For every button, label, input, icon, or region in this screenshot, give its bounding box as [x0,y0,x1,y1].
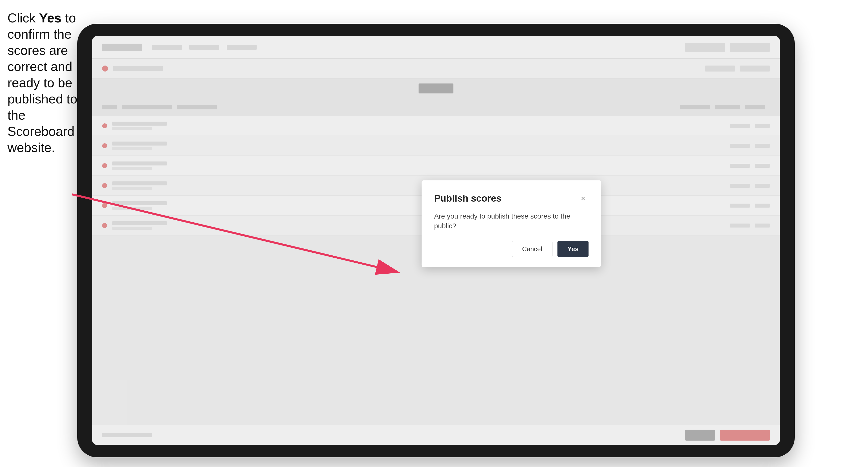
dialog-close-button[interactable]: × [578,193,588,204]
dialog-header: Publish scores × [434,193,588,204]
instruction-bold: Yes [39,11,62,25]
dialog-overlay: Publish scores × Are you ready to publis… [92,36,780,445]
dialog-cancel-button[interactable]: Cancel [512,241,553,257]
instruction-text: Click Yes to confirm the scores are corr… [7,10,80,156]
dialog-title: Publish scores [434,193,501,204]
dialog-actions: Cancel Yes [434,241,588,257]
dialog-body: Are you ready to publish these scores to… [434,211,588,231]
instruction-suffix: to confirm the scores are correct and re… [7,11,77,155]
tablet-device: Publish scores × Are you ready to publis… [77,24,795,457]
instruction-prefix: Click [7,11,39,25]
publish-scores-dialog: Publish scores × Are you ready to publis… [422,180,601,267]
tablet-screen: Publish scores × Are you ready to publis… [92,36,780,445]
dialog-yes-button[interactable]: Yes [558,241,589,257]
